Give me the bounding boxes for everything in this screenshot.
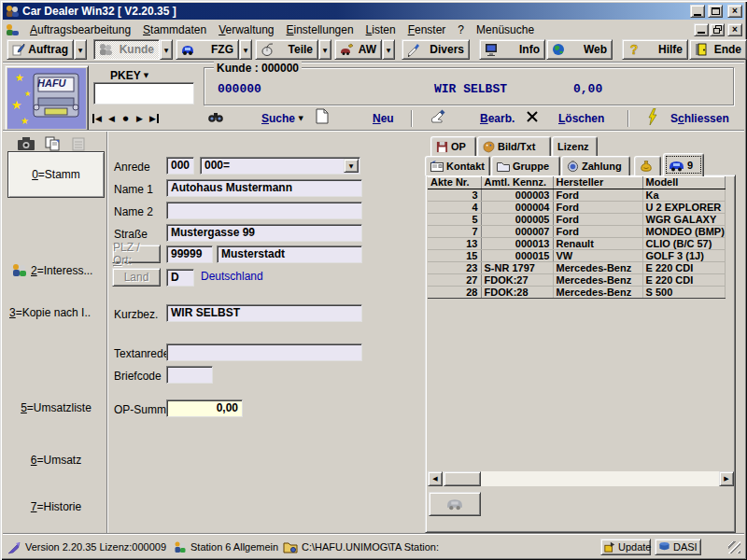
table-cell[interactable]: S-NR 1797 <box>481 261 553 273</box>
menu-einstellungen[interactable]: Einstellungen <box>281 21 359 38</box>
menu-stammdaten[interactable]: Stammdaten <box>137 21 212 38</box>
horizontal-scrollbar[interactable]: ◀ ▶ <box>428 471 734 486</box>
table-cell[interactable]: U 2 EXPLORER <box>642 201 725 213</box>
menu-verwaltung[interactable]: Verwaltung <box>213 21 279 38</box>
table-cell[interactable]: 15 <box>428 249 481 261</box>
menu-auftragsbearbeitung[interactable]: Auftragsbearbeitung <box>24 21 136 38</box>
minimize-button[interactable] <box>690 5 705 18</box>
land-button[interactable]: Land <box>112 268 161 287</box>
column-modell[interactable]: Modell <box>642 176 725 189</box>
camera-icon[interactable] <box>17 136 35 151</box>
pkey-input[interactable] <box>93 82 194 105</box>
table-cell[interactable]: 000004 <box>481 201 553 213</box>
name1-field[interactable]: Autohaus Mustermann <box>166 179 362 197</box>
divers-button[interactable]: Divers <box>402 39 470 60</box>
table-cell[interactable]: 23 <box>428 261 481 273</box>
table-cell[interactable]: Ford <box>553 189 642 201</box>
table-cell[interactable]: E 220 CDI <box>642 261 725 273</box>
menu-listen[interactable]: Listen <box>360 21 402 38</box>
first-record-button[interactable]: ◀ <box>90 110 105 127</box>
ort-field[interactable]: Musterstadt <box>217 245 362 263</box>
maximize-button[interactable] <box>708 5 723 18</box>
kunde-dropdown[interactable]: ▼ <box>160 39 173 60</box>
menu-hilfe[interactable]: ? <box>452 21 470 38</box>
last-record-button[interactable]: ▶ <box>147 110 162 127</box>
pkey-dropdown-icon[interactable]: ▼ <box>144 72 148 79</box>
column-akte-nr[interactable]: Akte Nr. <box>428 176 481 189</box>
scroll-right-button[interactable]: ▶ <box>719 471 734 486</box>
neu-button[interactable]: Neu <box>373 112 394 125</box>
table-cell[interactable]: CLIO (B/C 57) <box>642 237 725 249</box>
delete-x-icon[interactable] <box>525 109 540 124</box>
update-button[interactable]: Update <box>600 539 651 555</box>
aw-button[interactable]: AW <box>334 39 382 60</box>
ende-button[interactable]: Ende <box>689 39 747 60</box>
scrollbar-thumb[interactable] <box>444 471 481 486</box>
suche-dropdown-icon[interactable]: ▼ <box>298 115 303 122</box>
table-row[interactable]: 27FDOK:27Mercedes-BenzE 220 CDI <box>428 273 725 286</box>
table-cell[interactable]: WGR GALAXY <box>642 213 725 225</box>
table-cell[interactable]: 4 <box>428 201 481 213</box>
table-cell[interactable]: S 500 <box>642 286 725 298</box>
vehicle-detail-button[interactable] <box>429 492 481 516</box>
edit-hand-icon[interactable] <box>430 108 447 125</box>
briefcode-field[interactable] <box>166 366 213 384</box>
tab-lizenz[interactable]: Lizenz <box>552 136 598 156</box>
table-cell[interactable]: 28 <box>428 286 481 298</box>
table-row[interactable]: 3000003FordKa <box>428 189 725 201</box>
mdi-close-button[interactable]: × <box>727 23 742 36</box>
mdi-minimize-button[interactable] <box>694 23 709 36</box>
sidebar-item-kopie[interactable]: 3=Kopie nach I.. <box>9 306 91 319</box>
table-cell[interactable]: FDOK:27 <box>481 273 553 286</box>
table-cell[interactable]: VW <box>553 249 642 261</box>
table-cell[interactable]: 5 <box>428 213 481 225</box>
anrede-dropdown-button[interactable]: ▼ <box>344 159 359 173</box>
table-cell[interactable]: MONDEO (BMP) <box>642 225 725 237</box>
tab-gruppe[interactable]: Gruppe <box>491 156 560 175</box>
sidebar-item-stamm[interactable]: 0=Stamm <box>7 151 105 198</box>
scroll-left-button[interactable]: ◀ <box>428 471 443 486</box>
table-cell[interactable]: E 220 CDI <box>642 273 725 286</box>
schliessen-button[interactable]: Schliessen <box>670 112 729 125</box>
table-cell[interactable]: 000007 <box>481 225 553 237</box>
tab-bild-txt[interactable]: Bild/Txt <box>477 136 551 156</box>
web-button[interactable]: Web <box>546 39 613 60</box>
table-cell[interactable]: GOLF 3 (1J) <box>642 249 725 261</box>
strasse-field[interactable]: Mustergasse 99 <box>166 224 362 242</box>
lightning-icon[interactable] <box>648 108 657 125</box>
textanrede-field[interactable] <box>166 343 362 361</box>
table-row[interactable]: 15000015VWGOLF 3 (1J) <box>428 249 725 261</box>
column-amtl-kennz[interactable]: Amtl. Kennz. <box>481 176 553 189</box>
table-cell[interactable]: 000013 <box>481 237 553 249</box>
tab-fahrzeuge[interactable]: 9 <box>663 153 704 176</box>
table-cell[interactable]: 000015 <box>481 249 553 261</box>
auftrag-button[interactable]: Auftrag <box>7 39 74 60</box>
table-cell[interactable]: Ford <box>553 201 642 213</box>
dasi-button[interactable]: DASI <box>655 539 701 555</box>
table-row[interactable]: 4000004FordU 2 EXPLORER <box>428 201 725 213</box>
table-cell[interactable]: Renault <box>553 237 642 249</box>
copy-icon[interactable] <box>45 136 62 152</box>
table-cell[interactable]: 3 <box>428 189 481 201</box>
loeschen-button[interactable]: Löschen <box>558 112 604 125</box>
anrede-code-field[interactable]: 000 <box>166 157 194 175</box>
aw-dropdown[interactable]: ▼ <box>382 39 395 60</box>
new-document-icon[interactable] <box>316 108 329 124</box>
table-cell[interactable]: 000003 <box>481 189 553 201</box>
table-cell[interactable]: FDOK:28 <box>481 286 553 298</box>
info-button[interactable]: Info <box>479 39 545 60</box>
table-cell[interactable]: Ford <box>553 225 642 237</box>
anrede-select[interactable]: 000= ▼ <box>200 157 360 175</box>
kunde-button[interactable]: Kunde <box>93 39 160 60</box>
tab-kontakt[interactable]: Kontakt <box>425 156 490 175</box>
menu-menuesuche[interactable]: Menüsuche <box>471 21 540 38</box>
sidebar-item-umsatz[interactable]: 6=Umsatz <box>7 454 105 467</box>
sidebar-item-interess[interactable]: 2=Interess... <box>11 263 105 277</box>
mdi-restore-button[interactable] <box>710 23 725 36</box>
plz-ort-button[interactable]: PLZ / Ort: <box>112 245 161 263</box>
resize-grip[interactable] <box>728 541 740 553</box>
menu-fenster[interactable]: Fenster <box>402 21 452 38</box>
column-hersteller[interactable]: Hersteller <box>553 176 642 189</box>
table-cell[interactable]: 13 <box>428 237 481 249</box>
tab-zahlung[interactable]: Zahlung <box>561 156 630 175</box>
